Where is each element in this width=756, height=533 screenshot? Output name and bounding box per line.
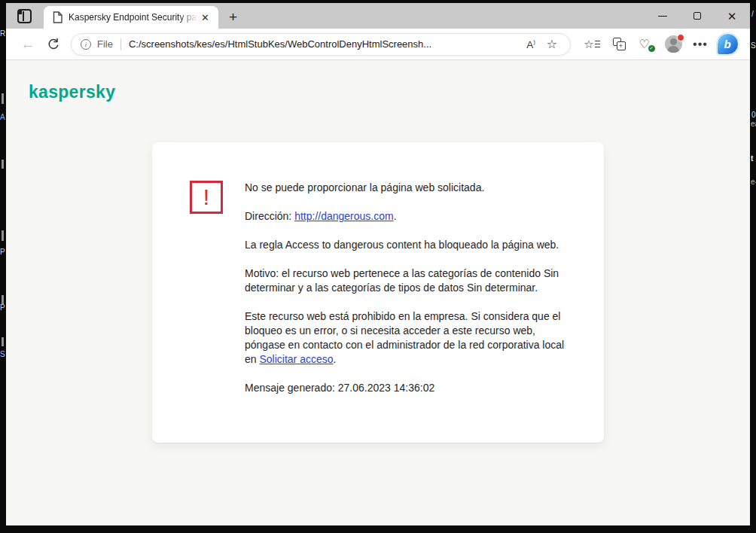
bing-icon: b — [717, 33, 739, 55]
background-window-fragment: ea — [751, 120, 756, 128]
background-window-fragment: e- — [751, 178, 756, 186]
read-aloud-button[interactable]: A) — [520, 35, 541, 54]
close-icon: ✕ — [727, 11, 737, 22]
browser-essentials-button[interactable]: ♡ ✓ — [633, 32, 660, 56]
address-line: Dirección: http://dangerous.com. — [245, 209, 568, 224]
background-window-fragment: t — [751, 155, 753, 163]
browser-toolbar: ← i File C:/screenshots/kes/es/HtmlStubK… — [6, 29, 750, 60]
background-window-fragment: S — [0, 351, 5, 358]
ellipsis-icon: ••• — [693, 38, 708, 51]
page-document-icon — [53, 11, 62, 23]
kaspersky-logo: kaspersky — [29, 82, 115, 102]
background-window-fragment: R — [0, 30, 5, 38]
refresh-button[interactable] — [41, 32, 66, 56]
background-window-fragment: Sk — [751, 42, 756, 50]
add-favorite-button[interactable]: ☆ — [541, 35, 562, 54]
close-button[interactable]: ✕ — [720, 5, 744, 27]
collections-icon: + — [613, 38, 626, 50]
maximize-button[interactable] — [685, 5, 709, 27]
url-scheme-label: File — [97, 38, 113, 50]
background-window-fragment: / — [751, 11, 754, 18]
generated-timestamp: Mensaje generado: 27.06.2023 14:36:02 — [245, 381, 568, 395]
health-check-badge: ✓ — [648, 45, 655, 52]
back-arrow-icon: ← — [21, 37, 35, 51]
address-bar[interactable]: i File C:/screenshots/kes/es/HtmlStubKes… — [71, 33, 571, 56]
background-window-fragment: 0 — [751, 111, 756, 119]
read-aloud-icon: A) — [526, 38, 535, 50]
tab-bar: Kaspersky Endpoint Security para ✕ + ✕ — [6, 3, 750, 29]
favorite-star-icon: ☆ — [547, 38, 557, 50]
block-title: No se puede proporcionar la página web s… — [245, 181, 568, 195]
back-button[interactable]: ← — [15, 32, 41, 56]
reason-line: Motivo: el recurso web pertenece a las c… — [245, 266, 568, 295]
desktop-background: { "window": { "tab": { "title": "Kaspers… — [0, 0, 756, 533]
minimize-button[interactable] — [651, 5, 675, 27]
window-edge-artifact — [2, 160, 4, 169]
background-window-fragment: P — [0, 248, 5, 256]
window-edge-artifact — [2, 295, 4, 304]
browser-window: Kaspersky Endpoint Security para ✕ + ✕ ←… — [6, 3, 750, 525]
tab-actions-menu-icon[interactable] — [17, 9, 32, 23]
bing-chat-button[interactable]: b — [714, 32, 741, 56]
page-content: kaspersky ! No se puede proporcionar la … — [6, 60, 750, 525]
settings-menu-button[interactable]: ••• — [687, 32, 714, 56]
favorites-hub-button[interactable]: ☆ — [578, 32, 605, 56]
new-tab-button[interactable]: + — [229, 10, 237, 24]
rule-line: La regla Access to dangerous content ha … — [245, 238, 568, 252]
blocked-url-link[interactable]: http://dangerous.com — [294, 210, 394, 222]
address-divider — [120, 38, 121, 50]
window-edge-artifact — [2, 337, 4, 346]
maximize-icon — [694, 12, 701, 20]
block-message-card: ! No se puede proporcionar la página web… — [152, 142, 604, 443]
background-window-fragment: A — [0, 114, 5, 121]
site-info-icon[interactable]: i — [81, 39, 91, 50]
collections-button[interactable]: + — [605, 32, 633, 56]
refresh-icon — [47, 38, 60, 51]
url-text[interactable]: C:/screenshots/kes/es/HtmlStubKes/WebCon… — [129, 38, 520, 50]
browser-tab[interactable]: Kaspersky Endpoint Security para ✕ — [44, 6, 218, 29]
window-edge-artifact — [2, 230, 4, 241]
window-edge-artifact — [2, 93, 4, 104]
window-controls: ✕ — [640, 3, 744, 29]
favorites-hub-icon: ☆ — [584, 38, 599, 50]
browser-essentials-icon: ♡ ✓ — [639, 38, 654, 50]
profile-notification-dot — [677, 34, 684, 41]
toolbar-right-group: ☆ + ♡ ✓ — [578, 32, 741, 56]
tab-close-icon[interactable]: ✕ — [198, 11, 212, 24]
warning-icon: ! — [190, 181, 223, 214]
profile-button[interactable] — [660, 32, 687, 56]
tab-title: Kaspersky Endpoint Security para — [69, 12, 198, 23]
background-window-fragment: P — [0, 304, 5, 312]
request-access-link[interactable]: Solicitar acceso — [259, 353, 333, 365]
request-line: Este recurso web está prohibido en la em… — [245, 309, 568, 367]
minimize-icon — [658, 16, 667, 17]
